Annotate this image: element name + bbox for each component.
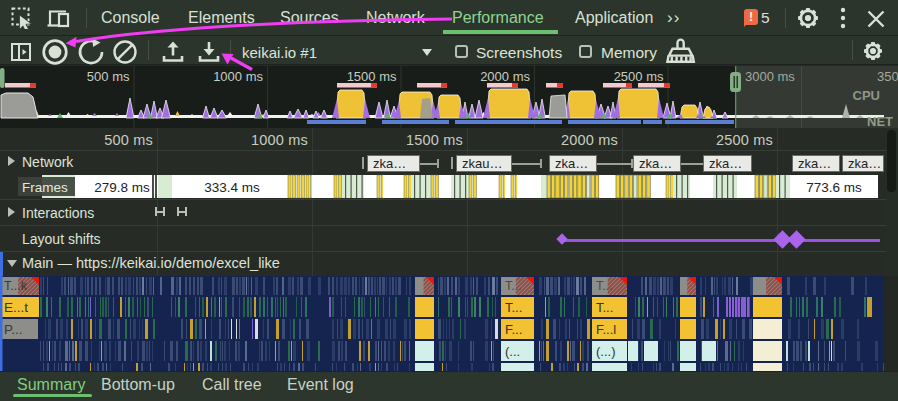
svg-text:T...: T... (596, 279, 613, 293)
svg-text:E...t: E...t (4, 300, 28, 315)
svg-text:773.6 ms: 773.6 ms (806, 180, 862, 195)
svg-text:2500 ms: 2500 ms (614, 69, 664, 84)
svg-text:500 ms: 500 ms (87, 69, 130, 84)
svg-text:(...: (... (505, 344, 520, 359)
svg-text:F...: F... (505, 322, 522, 337)
svg-text:CPU: CPU (853, 88, 880, 103)
svg-text:NET: NET (867, 114, 893, 128)
svg-text:T...: T... (505, 279, 522, 293)
svg-text:P...: P... (4, 322, 23, 337)
svg-text:1500 ms: 1500 ms (347, 69, 397, 84)
svg-text:(...): (...) (596, 344, 616, 359)
svg-text:T...k: T...k (4, 279, 28, 293)
svg-text:3000 ms: 3000 ms (745, 69, 795, 84)
svg-text:F...l: F...l (596, 322, 616, 337)
svg-text:333.4 ms: 333.4 ms (204, 180, 260, 195)
svg-text:T...: T... (596, 300, 613, 315)
svg-text:2000 ms: 2000 ms (480, 69, 530, 84)
svg-text:Frames: Frames (22, 180, 68, 195)
svg-text:279.8 ms: 279.8 ms (94, 180, 150, 195)
svg-text:T...: T... (505, 300, 522, 315)
svg-text:1000 ms: 1000 ms (213, 69, 263, 84)
svg-text:350: 350 (877, 69, 898, 84)
